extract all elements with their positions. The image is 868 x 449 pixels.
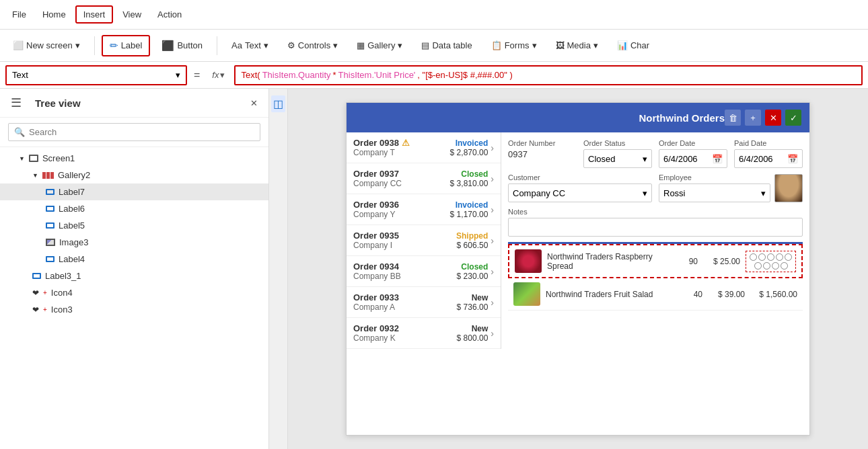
label3-1-label: Label3_1: [45, 271, 81, 281]
sidebar-item-label4[interactable]: Label4: [0, 251, 268, 268]
menu-view[interactable]: View: [116, 7, 148, 22]
order-right-0933: New $ 736.00 ›: [457, 293, 494, 312]
resize-handle-mr[interactable]: [754, 262, 762, 270]
order-num-0935: Order 0935: [353, 231, 456, 241]
item-price-1: $ 39.00: [708, 290, 745, 299]
chart-button[interactable]: 📊 Char: [610, 36, 657, 54]
sidebar-item-label3-1[interactable]: Label3_1: [0, 268, 268, 284]
order-item-0935[interactable]: Order 0935 Company I Shipped $ 606.50 ›: [347, 225, 501, 256]
sidebar-item-image3[interactable]: Image3: [0, 234, 268, 251]
order-item-0936[interactable]: Order 0936 Company Y Invoiced $ 1,170.00…: [347, 194, 501, 225]
table-row-0[interactable]: Northwind Traders Raspberry Spread 90 $ …: [508, 244, 803, 278]
label-icon: ✏: [110, 40, 118, 52]
order-number-field: Order Number 0937: [508, 139, 577, 168]
button-icon: ⬛: [161, 40, 174, 52]
resize-handle-tc[interactable]: [758, 253, 766, 261]
sidebar-item-icon3[interactable]: ❤ + Icon3: [0, 301, 268, 318]
order-left-0933: Order 0933 Company A: [353, 292, 457, 312]
resize-handle-tr[interactable]: [767, 253, 774, 261]
order-item-0932[interactable]: Order 0932 Company K New $ 800.00 ›: [347, 318, 501, 349]
menu-file[interactable]: File: [5, 7, 33, 22]
order-company-0935: Company I: [353, 241, 456, 250]
order-company-0934: Company BB: [353, 272, 457, 281]
data-table-icon: ▤: [421, 40, 429, 50]
canvas-area: Northwind Orders 🗑 + ✕ ✓ Order 093: [288, 89, 868, 449]
order-right-0937: Closed $ 3,810.00 ›: [450, 169, 494, 188]
notes-input[interactable]: [508, 218, 803, 237]
paid-date-input[interactable]: 6/4/2006 📅: [734, 149, 803, 168]
formula-select[interactable]: Text ▾: [5, 65, 187, 85]
formula-this-item-price: ThisItem.'Unit Price': [338, 70, 416, 80]
sidebar-item-gallery2[interactable]: ▼ Gallery2: [0, 167, 268, 183]
resize-handle-bl[interactable]: [763, 262, 770, 270]
sidebar-item-screen1[interactable]: ▼ Screen1: [0, 150, 268, 167]
separator-2: [217, 36, 217, 55]
add-icon-button[interactable]: +: [745, 110, 761, 126]
layers-icon[interactable]: ◫: [271, 95, 285, 112]
item-total-1: $ 1,560.00: [750, 290, 797, 299]
confirm-icon-button[interactable]: ✓: [785, 110, 801, 126]
sidebar-item-icon4[interactable]: ❤ + Icon4: [0, 284, 268, 301]
employee-field: Employee Rossi ▾: [659, 173, 770, 202]
calendar-icon-order-date: 📅: [712, 154, 723, 164]
menu-bar: File Home Insert View Action: [0, 0, 868, 30]
order-company-0938: Company T: [353, 148, 450, 157]
order-item-0938[interactable]: Order 0938 ⚠ Company T Invoiced $ 2,870.…: [347, 132, 501, 163]
trash-icon-button[interactable]: 🗑: [725, 110, 741, 126]
resize-handle-ml[interactable]: [776, 253, 783, 261]
new-screen-button[interactable]: ⬜ New screen ▾: [5, 36, 87, 54]
resize-handle-br[interactable]: [781, 262, 788, 270]
customer-label: Customer: [508, 173, 652, 181]
fx-button[interactable]: fx ▾: [207, 67, 230, 83]
forms-icon: 📋: [491, 40, 502, 50]
close-icon[interactable]: ✕: [250, 98, 258, 108]
chevron-0933: ›: [491, 297, 494, 308]
order-item-0934[interactable]: Order 0934 Company BB Closed $ 230.00 ›: [347, 256, 501, 287]
left-icon-bar: ◫: [269, 89, 288, 449]
order-amount-0936: $ 1,170.00: [450, 210, 489, 219]
text-button[interactable]: Aa Text ▾: [224, 36, 276, 54]
button-button[interactable]: ⬛ Button: [154, 36, 210, 56]
order-status-input[interactable]: Closed ▾: [583, 149, 652, 168]
controls-dropdown-icon: ▾: [333, 40, 338, 50]
resize-handle-tl[interactable]: [750, 253, 757, 261]
order-left-0938: Order 0938 ⚠ Company T: [353, 138, 450, 157]
media-button[interactable]: 🖼 Media ▾: [548, 36, 606, 54]
cancel-icon-button[interactable]: ✕: [765, 110, 781, 126]
order-right-0938: Invoiced $ 2,870.00 ›: [450, 138, 494, 157]
search-input[interactable]: [29, 127, 254, 137]
table-row-1[interactable]: Northwind Traders Fruit Salad 40 $ 39.00…: [508, 278, 803, 311]
item-image-raspberry: [515, 249, 542, 273]
chevron-0934: ›: [491, 266, 494, 277]
controls-button[interactable]: ⚙ Controls ▾: [280, 36, 345, 54]
data-table-button[interactable]: ▤ Data table: [414, 36, 479, 54]
hamburger-icon[interactable]: ☰: [11, 95, 22, 110]
sidebar-item-label5[interactable]: Label5: [0, 217, 268, 234]
sidebar-item-label7[interactable]: Label7: [0, 183, 268, 200]
order-left-0935: Order 0935 Company I: [353, 231, 456, 250]
menu-action[interactable]: Action: [151, 7, 188, 22]
image-icon-tree: [46, 239, 55, 246]
sidebar-item-label6[interactable]: Label6: [0, 200, 268, 217]
formula-input[interactable]: Text( ThisItem.Quantity * ThisItem.'Unit…: [234, 65, 863, 85]
employee-input[interactable]: Rossi ▾: [659, 183, 770, 202]
order-left-0932: Order 0932 Company K: [353, 323, 457, 343]
label-button[interactable]: ✏ Label: [102, 35, 151, 56]
icon4-icon: ❤: [32, 288, 39, 298]
order-item-0933[interactable]: Order 0933 Company A New $ 736.00 ›: [347, 287, 501, 318]
order-item-0937[interactable]: Order 0937 Company CC Closed $ 3,810.00 …: [347, 163, 501, 194]
order-number-label: Order Number: [508, 139, 577, 147]
menu-home[interactable]: Home: [36, 7, 73, 22]
chevron-0936: ›: [491, 204, 494, 215]
customer-dropdown-arrow: ▾: [643, 188, 647, 198]
gallery-button[interactable]: ▦ Gallery ▾: [349, 36, 410, 54]
formula-bar: Text ▾ = fx ▾ Text( ThisItem.Quantity * …: [0, 62, 868, 89]
customer-input[interactable]: Company CC ▾: [508, 183, 652, 202]
order-number-value: 0937: [508, 149, 577, 159]
controls-icon: ⚙: [287, 40, 295, 50]
resize-handle-bc[interactable]: [772, 262, 779, 270]
order-date-input[interactable]: 6/4/2006 📅: [659, 149, 727, 168]
label-icon-tree-3: [46, 222, 55, 229]
forms-button[interactable]: 📋 Forms ▾: [484, 36, 544, 54]
menu-insert[interactable]: Insert: [75, 5, 114, 24]
